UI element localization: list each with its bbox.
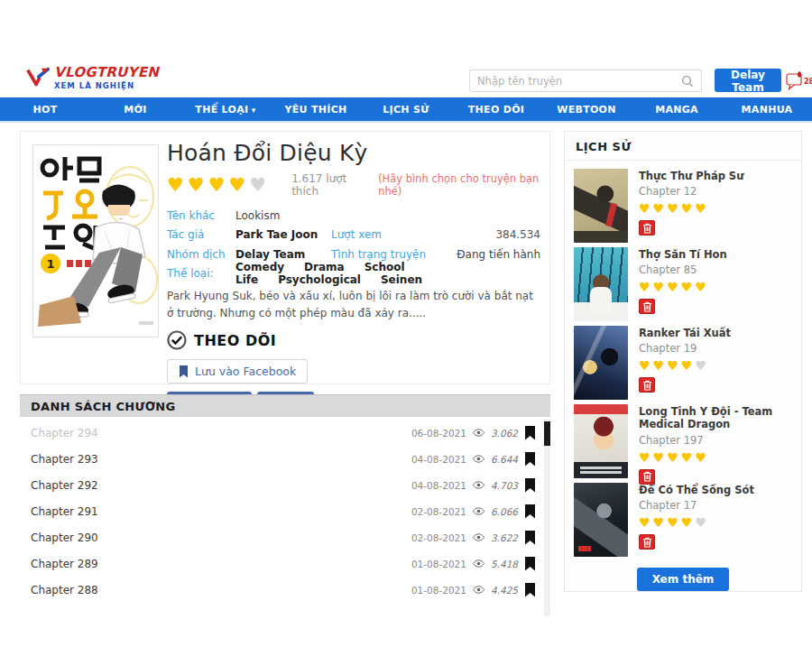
follow-button[interactable]: THEO DÕI bbox=[167, 330, 284, 350]
history-title[interactable]: Long Tinh Y Đội - Team Medical Dragon bbox=[639, 405, 792, 431]
nav-item-lich-su[interactable]: LỊCH SỬ bbox=[361, 104, 451, 116]
genre-link-seinen[interactable]: Seinen bbox=[381, 273, 422, 286]
chapter-name[interactable]: Chapter 291 bbox=[31, 505, 98, 518]
bookmark-icon[interactable] bbox=[524, 426, 536, 440]
heart-filled-icon: ♥ bbox=[639, 450, 651, 465]
delete-history-button[interactable] bbox=[639, 377, 655, 393]
chapter-name[interactable]: Chapter 293 bbox=[31, 453, 98, 466]
history-cover-thumbnail[interactable] bbox=[574, 404, 628, 478]
delay-team-button[interactable]: Delay Team bbox=[715, 69, 781, 92]
history-cover-thumbnail[interactable] bbox=[574, 247, 628, 321]
chapter-row-chapter-294[interactable]: Chapter 29406-08-20213.062 bbox=[20, 420, 550, 446]
notification-icon[interactable]: 28 bbox=[786, 70, 812, 92]
save-facebook-button[interactable]: Lưu vào Facebook bbox=[167, 359, 308, 384]
chapter-row-chapter-290[interactable]: Chapter 29002-08-20213.622 bbox=[20, 524, 550, 550]
heart-filled-icon[interactable]: ♥ bbox=[208, 176, 226, 194]
logo-subtitle: XEM LÀ NGHIỆN bbox=[54, 81, 159, 90]
trash-icon bbox=[642, 380, 652, 391]
heart-filled-icon: ♥ bbox=[681, 515, 693, 530]
history-cover-thumbnail[interactable] bbox=[574, 326, 628, 400]
chapter-row-chapter-288[interactable]: Chapter 28801-08-20214.425 bbox=[20, 577, 550, 603]
history-chapter: Chapter 17 bbox=[639, 499, 754, 512]
chapter-views: 3.062 bbox=[491, 428, 518, 439]
chapter-date: 04-08-2021 bbox=[411, 454, 466, 465]
chapter-row-chapter-289[interactable]: Chapter 28901-08-20215.418 bbox=[20, 550, 550, 577]
nav-item-theo-doi[interactable]: THEO DÕI bbox=[451, 104, 541, 116]
heart-filled-icon[interactable]: ♥ bbox=[228, 176, 245, 194]
nav-item-manga[interactable]: MANGA bbox=[632, 104, 722, 116]
history-title[interactable]: Thực Thư Pháp Sư bbox=[639, 170, 743, 182]
nav-item-hot[interactable]: HOT bbox=[0, 104, 90, 116]
rating-hearts: ♥♥♥♥♥ bbox=[167, 176, 270, 194]
heart-filled-icon: ♥ bbox=[667, 515, 678, 530]
nav-item-the-loai[interactable]: THỂ LOẠI ▾ bbox=[180, 104, 271, 116]
heart-filled-icon: ♥ bbox=[667, 280, 678, 294]
manga-details: Hoán Đổi Diệu Kỳ ♥♥♥♥♥ 1.617 lượt thích … bbox=[167, 140, 540, 409]
delete-history-button[interactable] bbox=[639, 299, 655, 314]
nav-item-moi[interactable]: MỚI bbox=[90, 104, 180, 116]
bookmark-icon[interactable] bbox=[524, 531, 536, 545]
heart-filled-icon[interactable]: ♥ bbox=[188, 176, 205, 194]
delete-history-button[interactable] bbox=[639, 534, 655, 550]
nav-item-webtoon[interactable]: WEBTOON bbox=[541, 104, 632, 116]
follow-button-label: THEO DÕI bbox=[194, 332, 276, 349]
bookmark-icon[interactable] bbox=[524, 504, 536, 519]
nav-item-manhua[interactable]: MANHUA bbox=[722, 104, 812, 116]
chapter-views: 4.425 bbox=[491, 585, 518, 596]
heart-filled-icon[interactable]: ♥ bbox=[167, 176, 184, 194]
delete-history-button[interactable] bbox=[639, 220, 655, 236]
scrollbar-thumb[interactable] bbox=[544, 421, 550, 446]
chapter-row-chapter-291[interactable]: Chapter 29102-08-20216.066 bbox=[20, 498, 550, 524]
search-icon[interactable] bbox=[681, 75, 694, 88]
history-item: Long Tinh Y Đội - Team Medical DragonCha… bbox=[574, 404, 792, 483]
search-input[interactable] bbox=[477, 75, 681, 88]
history-title[interactable]: Để Có Thể Sống Sót bbox=[639, 484, 754, 496]
bookmark-icon[interactable] bbox=[524, 583, 536, 597]
save-facebook-label: Lưu vào Facebook bbox=[195, 365, 296, 378]
bookmark-icon[interactable] bbox=[524, 478, 536, 493]
chapter-scrollbar[interactable] bbox=[544, 420, 550, 616]
see-more-button[interactable]: Xem thêm bbox=[637, 568, 730, 591]
history-title[interactable]: Thợ Săn Tí Hon bbox=[639, 248, 727, 261]
logo-icon bbox=[25, 66, 51, 93]
manga-title: Hoán Đổi Diệu Kỳ bbox=[167, 140, 540, 166]
chapter-name[interactable]: Chapter 292 bbox=[31, 479, 98, 492]
chapter-row-chapter-292[interactable]: Chapter 29204-08-20214.703 bbox=[20, 472, 550, 498]
trash-icon bbox=[642, 223, 652, 234]
chapter-row-chapter-293[interactable]: Chapter 29304-08-20216.644 bbox=[20, 446, 550, 472]
svg-text:28: 28 bbox=[804, 78, 812, 86]
heart-filled-icon: ♥ bbox=[695, 450, 706, 465]
history-item-info: Long Tinh Y Đội - Team Medical DragonCha… bbox=[639, 404, 792, 483]
manga-detail-card: 1 Hoán Đổi Diệu Kỳ ♥♥♥♥♥ bbox=[20, 131, 550, 384]
bookmark-blue-icon bbox=[179, 365, 189, 378]
eye-icon bbox=[473, 429, 484, 437]
chapter-views: 3.622 bbox=[491, 532, 518, 543]
group-label: Nhóm dịch bbox=[167, 248, 235, 261]
nav-item-yeu-thich[interactable]: YÊU THÍCH bbox=[271, 104, 361, 116]
chapter-date: 04-08-2021 bbox=[411, 480, 466, 491]
history-header: LỊCH SỬ bbox=[565, 132, 801, 161]
history-cover-thumbnail[interactable] bbox=[574, 483, 628, 557]
history-title[interactable]: Ranker Tái Xuất bbox=[639, 327, 731, 339]
eye-icon bbox=[473, 455, 484, 463]
chapter-name[interactable]: Chapter 294 bbox=[31, 427, 98, 439]
chapter-views: 6.066 bbox=[491, 506, 518, 517]
history-rating: ♥♥♥♥♥ bbox=[639, 448, 792, 466]
history-rating: ♥♥♥♥♥ bbox=[639, 199, 743, 217]
history-item-info: Thợ Săn Tí HonChapter 85♥♥♥♥♥ bbox=[639, 247, 727, 326]
genre-link-drama[interactable]: Drama bbox=[304, 261, 345, 273]
history-rating: ♥♥♥♥♥ bbox=[639, 513, 754, 531]
bookmark-icon[interactable] bbox=[524, 557, 536, 571]
genre-link-psychological[interactable]: Psychological bbox=[278, 273, 361, 286]
history-cover-thumbnail[interactable] bbox=[574, 169, 628, 243]
genre-link-comedy[interactable]: Comedy bbox=[235, 261, 284, 273]
chapter-name[interactable]: Chapter 290 bbox=[31, 531, 98, 544]
bookmark-icon[interactable] bbox=[524, 452, 536, 467]
site-logo[interactable]: VLOGTRUYEN XEM LÀ NGHIỆN bbox=[25, 66, 159, 93]
heart-empty-icon[interactable]: ♥ bbox=[249, 176, 266, 194]
chapter-row-meta: 04-08-20214.703 bbox=[411, 478, 536, 493]
chapter-name[interactable]: Chapter 288 bbox=[31, 584, 98, 596]
history-chapter: Chapter 197 bbox=[639, 434, 792, 447]
history-item-info: Ranker Tái XuấtChapter 19♥♥♥♥♥ bbox=[639, 326, 731, 404]
chapter-name[interactable]: Chapter 289 bbox=[31, 558, 98, 570]
